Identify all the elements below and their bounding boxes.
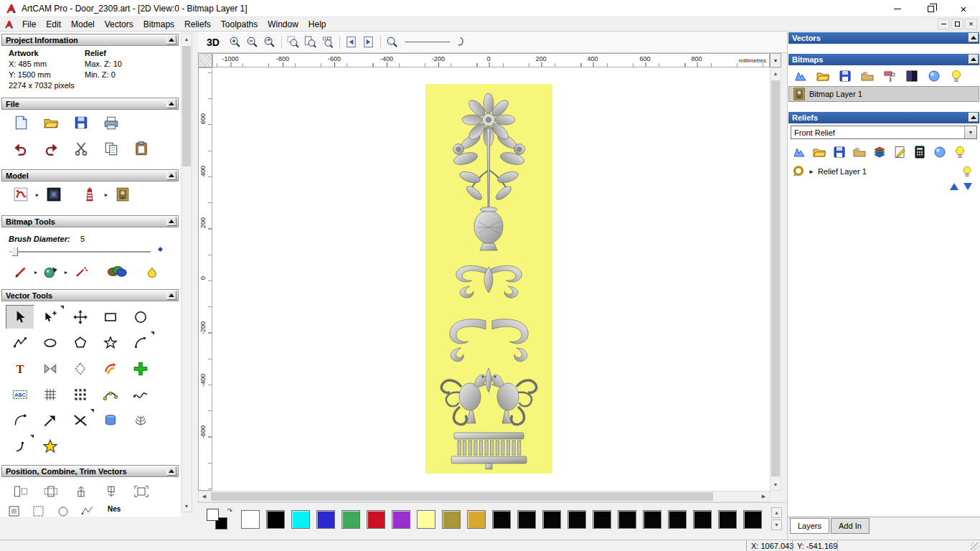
flyout-arrow-icon[interactable]: ►	[33, 264, 39, 280]
scroll-left-button[interactable]: ◀	[199, 491, 209, 501]
create-arc-tool[interactable]	[126, 331, 155, 355]
flyout-arrow-icon[interactable]: ►	[103, 187, 109, 202]
adjust-model-icon[interactable]	[11, 185, 30, 204]
save-relief-icon[interactable]	[831, 143, 848, 161]
scrollbar-thumb[interactable]	[182, 46, 191, 166]
colour-palette-icon[interactable]	[105, 263, 129, 281]
mdi-restore-button[interactable]	[951, 19, 963, 29]
zoom-previous-button[interactable]	[261, 34, 278, 51]
calculator-icon[interactable]	[911, 143, 928, 161]
palette-color-6[interactable]	[392, 510, 410, 529]
open-relief-icon[interactable]	[811, 143, 828, 161]
palette-color-15[interactable]	[618, 510, 636, 529]
primary-colour-swatch[interactable]	[207, 509, 219, 521]
ruler-units-dropdown[interactable]: ▼	[770, 53, 781, 67]
left-panel-scrollbar[interactable]: ▲ ▼	[181, 33, 192, 512]
align-bottom-icon[interactable]	[102, 482, 121, 501]
arc-segment-tool[interactable]	[6, 408, 34, 433]
palette-color-20[interactable]	[743, 510, 762, 529]
close-button[interactable]: ×	[947, 0, 980, 17]
menu-model[interactable]: Model	[66, 18, 100, 31]
mdi-minimize-button[interactable]	[938, 19, 950, 29]
palette-color-17[interactable]	[668, 510, 687, 529]
collapse-section-button[interactable]	[969, 55, 979, 64]
scrollbar-thumb[interactable]	[771, 80, 780, 476]
scroll-down-button[interactable]: ▼	[182, 501, 192, 512]
palette-color-14[interactable]	[593, 510, 611, 529]
scroll-down-button[interactable]: ▼	[771, 479, 781, 490]
create-diamond-tool[interactable]	[66, 357, 95, 381]
canvas-horizontal-scrollbar[interactable]: ◀ ▶	[198, 491, 770, 502]
extrude-shape-tool[interactable]	[96, 408, 125, 433]
menu-vectors[interactable]: Vectors	[100, 18, 138, 31]
smooth-polyline-tool[interactable]	[126, 382, 155, 407]
palette-color-19[interactable]	[718, 510, 737, 529]
restore-button[interactable]	[914, 0, 947, 17]
create-polygon-tool[interactable]	[66, 331, 95, 355]
pan-right-button[interactable]	[360, 34, 377, 51]
align-left-icon[interactable]	[11, 482, 30, 501]
minimize-button[interactable]	[881, 0, 914, 17]
palette-color-7[interactable]	[417, 510, 435, 529]
save-bitmap-icon[interactable]	[837, 67, 854, 85]
array-copy-tool[interactable]	[66, 382, 95, 407]
palette-color-2[interactable]	[291, 510, 310, 529]
expand-arrow-icon[interactable]: ►	[809, 169, 814, 175]
paint-selective-icon[interactable]	[42, 263, 60, 281]
collapse-section-button[interactable]	[166, 99, 176, 108]
draw-brush-icon[interactable]	[11, 263, 30, 281]
clipped-tool-icon[interactable]	[80, 505, 95, 517]
copy-icon[interactable]	[102, 139, 121, 158]
import-export-icon[interactable]	[102, 113, 121, 132]
copy-relief-icon[interactable]	[851, 143, 868, 161]
collapse-section-button[interactable]	[969, 113, 979, 122]
create-rectangle-tool[interactable]	[96, 305, 125, 329]
load-image-icon[interactable]	[113, 185, 132, 204]
collapse-section-button[interactable]	[166, 171, 176, 180]
collapse-section-button[interactable]	[166, 35, 176, 44]
measure-arrow-tool[interactable]	[36, 408, 65, 433]
measure-x-tool[interactable]	[66, 408, 95, 433]
menu-file[interactable]: File	[17, 18, 41, 31]
chevron-down-icon[interactable]: ▼	[964, 126, 976, 138]
view-3d-button[interactable]: 3D	[204, 34, 222, 51]
zoom-selection-button[interactable]	[384, 34, 401, 51]
offset-vector-tool[interactable]	[96, 357, 125, 381]
transparency-icon[interactable]	[925, 67, 943, 85]
toggle-visibility-bulb-icon[interactable]	[948, 67, 965, 85]
menu-edit[interactable]: Edit	[41, 18, 66, 31]
copy-layer-icon[interactable]	[859, 67, 876, 85]
create-star-tool[interactable]	[96, 331, 125, 355]
collapse-section-button[interactable]	[166, 291, 176, 300]
flyout-arrow-icon[interactable]: ►	[34, 187, 40, 202]
palette-color-1[interactable]	[266, 510, 285, 529]
select-vectors-tool[interactable]	[6, 305, 34, 329]
tab-layers[interactable]: Layers	[790, 518, 829, 534]
undo-icon[interactable]	[11, 139, 30, 158]
zoom-page-button[interactable]	[302, 34, 319, 51]
greyscale-preview-icon[interactable]	[44, 185, 63, 204]
move-layer-down-button[interactable]	[962, 181, 974, 192]
save-model-icon[interactable]	[72, 113, 90, 132]
drawing-canvas[interactable]	[212, 67, 770, 491]
scroll-up-button[interactable]: ▲	[182, 34, 192, 44]
palette-color-5[interactable]	[367, 510, 385, 529]
resize-grip[interactable]	[971, 542, 979, 551]
cut-icon[interactable]	[72, 139, 90, 158]
fit-arcs-tool[interactable]	[96, 382, 125, 407]
lighthouse-icon[interactable]	[80, 185, 99, 204]
new-bitmap-layer-icon[interactable]	[792, 67, 809, 85]
palette-color-13[interactable]	[567, 510, 586, 529]
menu-bitmaps[interactable]: Bitmaps	[138, 18, 179, 31]
open-bitmap-icon[interactable]	[814, 67, 831, 85]
scrollbar-thumb[interactable]	[211, 492, 713, 501]
mdi-close-button[interactable]: ×	[965, 19, 977, 29]
palette-color-8[interactable]	[442, 510, 461, 529]
align-centre-icon[interactable]	[42, 482, 60, 501]
foreground-background-colours[interactable]: ↷	[207, 509, 231, 533]
new-model-icon[interactable]	[11, 113, 30, 132]
open-model-icon[interactable]	[42, 113, 60, 132]
create-polyline-tool[interactable]	[6, 331, 34, 355]
scroll-right-button[interactable]: ▶	[758, 491, 769, 501]
flood-fill-icon[interactable]	[143, 263, 162, 281]
